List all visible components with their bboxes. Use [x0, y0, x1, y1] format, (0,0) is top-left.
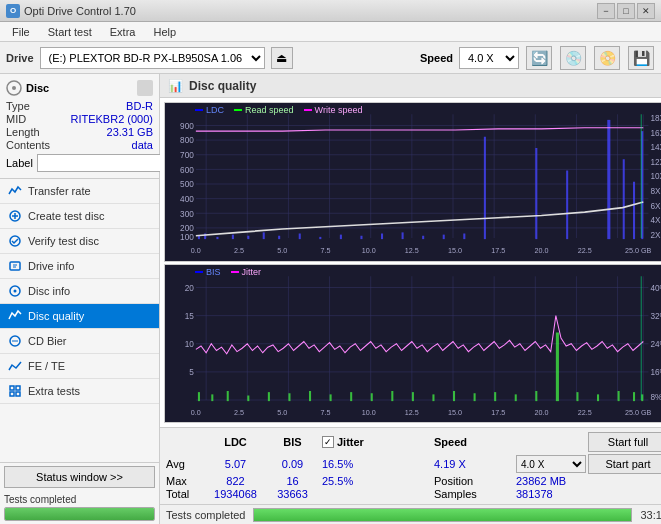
start-part-button[interactable]: Start part [588, 454, 661, 474]
svg-rect-139 [371, 393, 373, 401]
nav-verify-test-disc[interactable]: Verify test disc [0, 229, 159, 254]
svg-rect-146 [515, 394, 517, 401]
chart-header: 📊 Disc quality [160, 74, 661, 98]
sidebar-status-bar: Status window >> Tests completed [0, 462, 159, 524]
max-jitter: 25.5% [322, 475, 432, 487]
jitter-check-area: Jitter [322, 436, 432, 448]
svg-text:17.5: 17.5 [491, 407, 505, 416]
fe-te-icon [8, 359, 22, 373]
disc-panel: Disc Type BD-R MID RITEKBR2 (000) Length… [0, 74, 159, 179]
nav-disc-info-label: Disc info [28, 285, 70, 297]
drive-select[interactable]: (E:) PLEXTOR BD-R PX-LB950SA 1.06 [40, 47, 265, 69]
svg-rect-88 [623, 159, 625, 239]
nav-create-test-disc[interactable]: Create test disc [0, 204, 159, 229]
svg-text:18X: 18X [650, 113, 661, 123]
minimize-button[interactable]: − [597, 3, 615, 19]
bottom-status-time: 33:15 [640, 509, 661, 521]
svg-text:12.5: 12.5 [405, 245, 419, 254]
disc-header-left: Disc [6, 80, 49, 96]
svg-text:22.5: 22.5 [578, 407, 592, 416]
titlebar-controls: − □ ✕ [597, 3, 655, 19]
stats-total-row: Total 1934068 33663 Samples 381378 [166, 488, 661, 500]
nav-disc-quality[interactable]: Disc quality [0, 304, 159, 329]
menu-file[interactable]: File [4, 24, 38, 40]
status-window-button[interactable]: Status window >> [4, 466, 155, 488]
label-input[interactable] [37, 154, 170, 172]
svg-rect-18 [165, 103, 661, 261]
max-label: Max [166, 475, 206, 487]
nav-verify-test-disc-label: Verify test disc [28, 235, 99, 247]
speed-select[interactable]: 4.0 X [459, 47, 519, 69]
app-icon: O [6, 4, 20, 18]
main-container: Disc Type BD-R MID RITEKBR2 (000) Length… [0, 74, 661, 524]
verify-test-disc-icon [8, 234, 22, 248]
progress-bar-container [4, 507, 155, 521]
nav-transfer-rate[interactable]: Transfer rate [0, 179, 159, 204]
svg-rect-150 [597, 394, 599, 401]
stats-bis-header: BIS [265, 436, 320, 448]
menu-help[interactable]: Help [145, 24, 184, 40]
svg-text:20.0: 20.0 [534, 245, 548, 254]
stats-bar: LDC BIS Jitter Speed Start full Avg 5.07… [160, 427, 661, 504]
disc-contents-row: Contents data [6, 139, 153, 151]
nav-disc-info[interactable]: Disc info [0, 279, 159, 304]
nav-extra-tests[interactable]: Extra tests [0, 379, 159, 404]
read-legend-dot [234, 109, 242, 111]
save-button[interactable]: 💾 [628, 46, 654, 70]
bis-legend-label: BIS [206, 267, 221, 277]
nav-fe-te[interactable]: FE / TE [0, 354, 159, 379]
svg-text:17.5: 17.5 [491, 245, 505, 254]
eject-button[interactable]: ⏏ [271, 47, 293, 69]
svg-rect-77 [340, 235, 342, 240]
transfer-rate-icon [8, 184, 22, 198]
svg-text:800: 800 [180, 135, 194, 145]
progress-label: Tests completed [4, 494, 155, 505]
position-value: 23862 MB [516, 475, 586, 487]
svg-rect-147 [535, 391, 537, 401]
stats-max-row: Max 822 16 25.5% Position 23862 MB [166, 475, 661, 487]
menu-extra[interactable]: Extra [102, 24, 144, 40]
nav-cd-bier[interactable]: CD Bier [0, 329, 159, 354]
nav-cd-bier-label: CD Bier [28, 335, 67, 347]
svg-rect-17 [16, 392, 20, 396]
menu-start-test[interactable]: Start test [40, 24, 100, 40]
svg-text:10.0: 10.0 [362, 245, 376, 254]
svg-text:16X: 16X [650, 127, 661, 137]
svg-text:6X: 6X [650, 200, 660, 210]
speed-dropdown[interactable]: 4.0 X [516, 455, 586, 473]
progress-area: Tests completed [0, 491, 159, 524]
create-test-disc-icon [8, 209, 22, 223]
svg-rect-133 [247, 395, 249, 401]
refresh-button[interactable]: 🔄 [526, 46, 552, 70]
disc-mid-row: MID RITEKBR2 (000) [6, 113, 153, 125]
length-value: 23.31 GB [107, 126, 153, 138]
svg-text:700: 700 [180, 150, 194, 160]
settings-button2[interactable]: 📀 [594, 46, 620, 70]
svg-text:2.5: 2.5 [234, 407, 244, 416]
sidebar: Disc Type BD-R MID RITEKBR2 (000) Length… [0, 74, 160, 524]
svg-text:100: 100 [180, 232, 194, 242]
charts-container: LDC Read speed Write speed [160, 98, 661, 427]
start-full-button[interactable]: Start full [588, 432, 661, 452]
settings-button1[interactable]: 💿 [560, 46, 586, 70]
nav-drive-info-label: Drive info [28, 260, 74, 272]
svg-rect-14 [10, 386, 14, 390]
svg-rect-83 [463, 234, 465, 240]
write-legend-label: Write speed [315, 105, 363, 115]
svg-rect-78 [360, 236, 362, 239]
svg-text:7.5: 7.5 [320, 407, 330, 416]
total-ldc: 1934068 [208, 488, 263, 500]
bottom-status-text: Tests completed [166, 509, 245, 521]
maximize-button[interactable]: □ [617, 3, 635, 19]
jitter-checkbox[interactable] [322, 436, 334, 448]
svg-rect-137 [330, 394, 332, 401]
close-button[interactable]: ✕ [637, 3, 655, 19]
label-row: Label 🔍 [6, 154, 153, 172]
svg-text:2.5: 2.5 [234, 245, 244, 254]
progress-bar-fill [5, 508, 154, 520]
nav-drive-info[interactable]: Drive info [0, 254, 159, 279]
disc-type-row: Type BD-R [6, 100, 153, 112]
max-ldc: 822 [208, 475, 263, 487]
nav-transfer-rate-label: Transfer rate [28, 185, 91, 197]
total-bis: 33663 [265, 488, 320, 500]
